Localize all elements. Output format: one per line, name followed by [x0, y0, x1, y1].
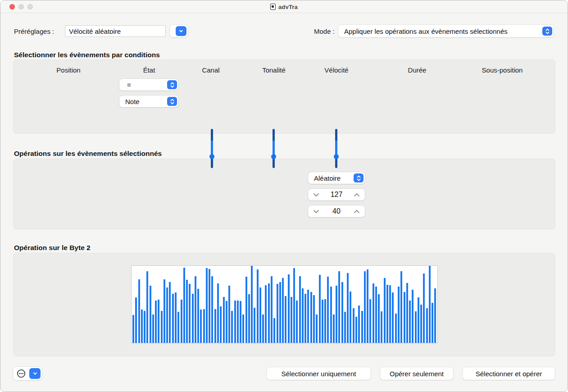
velocity-min-stepper[interactable]: 40 [308, 205, 365, 217]
velocity-bar[interactable] [369, 299, 371, 343]
velocity-bar[interactable] [420, 305, 422, 343]
velocity-bar[interactable] [197, 289, 199, 343]
byte2-bars[interactable] [131, 265, 438, 343]
velocity-bar[interactable] [209, 269, 210, 343]
velocity-bar[interactable] [234, 301, 236, 343]
velocity-bar[interactable] [386, 285, 388, 343]
more-options-control[interactable] [13, 367, 42, 380]
velocity-bar[interactable] [426, 308, 428, 343]
velocity-bar[interactable] [223, 297, 225, 343]
velocity-bar[interactable] [211, 276, 213, 343]
velocity-bar[interactable] [429, 266, 431, 343]
velocity-bar[interactable] [381, 311, 382, 343]
operate-only-button[interactable]: Opérer seulement [380, 367, 453, 380]
velocity-bar[interactable] [316, 315, 318, 343]
velocity-bar[interactable] [347, 273, 349, 343]
velocity-bar[interactable] [358, 305, 360, 343]
velocity-bar[interactable] [327, 277, 329, 343]
velocity-bar[interactable] [400, 271, 402, 343]
velocity-bar[interactable] [248, 294, 250, 343]
velocity-bar[interactable] [152, 315, 154, 343]
velocity-bar[interactable] [364, 271, 366, 343]
velocity-bar[interactable] [203, 309, 205, 343]
velocity-bar[interactable] [217, 283, 219, 343]
velocity-bar[interactable] [361, 311, 363, 343]
velocity-bar[interactable] [296, 301, 298, 343]
velocity-bar[interactable] [268, 283, 270, 343]
velocity-bar[interactable] [395, 314, 397, 343]
velocity-bar[interactable] [319, 275, 321, 343]
increment-button[interactable] [353, 189, 360, 201]
increment-button[interactable] [353, 205, 360, 217]
velocity-bar[interactable] [333, 315, 335, 343]
velocity-bar[interactable] [350, 292, 351, 343]
velocity-bar[interactable] [277, 284, 278, 343]
velocity-bar[interactable] [161, 311, 163, 343]
velocity-bar[interactable] [412, 290, 414, 343]
velocity-bar[interactable] [285, 296, 286, 343]
velocity-bar[interactable] [242, 315, 244, 343]
slider-velocite[interactable] [334, 129, 339, 168]
velocity-bar[interactable] [330, 287, 332, 343]
velocity-bar[interactable] [228, 286, 230, 343]
velocity-bar[interactable] [175, 292, 177, 343]
velocity-bar[interactable] [195, 276, 196, 343]
velocity-bar[interactable] [251, 266, 253, 343]
velocity-bar[interactable] [141, 310, 143, 343]
velocity-bar[interactable] [279, 282, 281, 343]
chevron-down-icon[interactable] [29, 368, 41, 379]
slider-tonalite[interactable] [271, 129, 276, 168]
status-type-popup[interactable]: Note [119, 96, 178, 107]
velocity-bar[interactable] [282, 278, 284, 343]
velocity-bar[interactable] [192, 294, 194, 343]
velocity-bar[interactable] [237, 301, 239, 343]
velocity-bar[interactable] [378, 294, 380, 343]
select-and-operate-button[interactable]: Sélectionner et opérer [463, 367, 555, 380]
velocity-bar[interactable] [146, 271, 148, 343]
velocity-bar[interactable] [313, 295, 315, 343]
velocity-bar[interactable] [273, 318, 275, 343]
velocity-bar[interactable] [389, 285, 391, 343]
velocity-bar[interactable] [434, 288, 436, 343]
velocity-bar[interactable] [384, 278, 386, 343]
velocity-bar[interactable] [265, 285, 267, 343]
velocity-bar[interactable] [164, 279, 165, 343]
velocity-bar[interactable] [353, 308, 354, 343]
velocity-bar[interactable] [398, 287, 400, 343]
velocity-bar[interactable] [186, 280, 188, 343]
velocity-bar[interactable] [324, 299, 326, 343]
velocity-bar[interactable] [304, 294, 306, 343]
velocity-bar[interactable] [220, 306, 222, 343]
velocity-bar[interactable] [240, 301, 241, 343]
velocity-bar[interactable] [226, 301, 227, 343]
slider-thumb[interactable] [271, 154, 276, 159]
velocity-bar[interactable] [418, 297, 419, 343]
velocity-bar[interactable] [344, 312, 346, 343]
velocity-bar[interactable] [206, 268, 208, 343]
slider-thumb[interactable] [334, 154, 339, 159]
velocity-bar[interactable] [299, 276, 301, 343]
velocity-bar[interactable] [373, 283, 374, 343]
velocity-bar[interactable] [169, 282, 171, 343]
velocity-bar[interactable] [214, 309, 216, 343]
velocity-bar[interactable] [254, 308, 255, 343]
velocity-bar[interactable] [144, 311, 145, 343]
velocity-bar[interactable] [432, 303, 433, 343]
mode-popup[interactable]: Appliquer les opérations aux évènements … [338, 25, 554, 37]
decrement-button[interactable] [313, 189, 320, 201]
status-operator-popup[interactable]: = [119, 79, 178, 91]
velocity-bar[interactable] [293, 268, 295, 343]
velocity-bar[interactable] [288, 274, 290, 343]
decrement-button[interactable] [313, 205, 320, 217]
velocity-bar[interactable] [172, 294, 174, 343]
velocity-bar[interactable] [138, 279, 140, 343]
slider-canal[interactable] [209, 129, 214, 168]
velocity-bar[interactable] [245, 277, 247, 343]
velocity-max-stepper[interactable]: 127 [308, 189, 365, 201]
velocity-bar[interactable] [336, 286, 337, 343]
velocity-bar[interactable] [375, 287, 377, 343]
velocity-bar[interactable] [291, 297, 292, 343]
ellipsis-circle-icon[interactable] [13, 369, 29, 378]
velocity-bar[interactable] [415, 311, 417, 343]
velocity-operation-popup[interactable]: Aléatoire [308, 172, 365, 184]
